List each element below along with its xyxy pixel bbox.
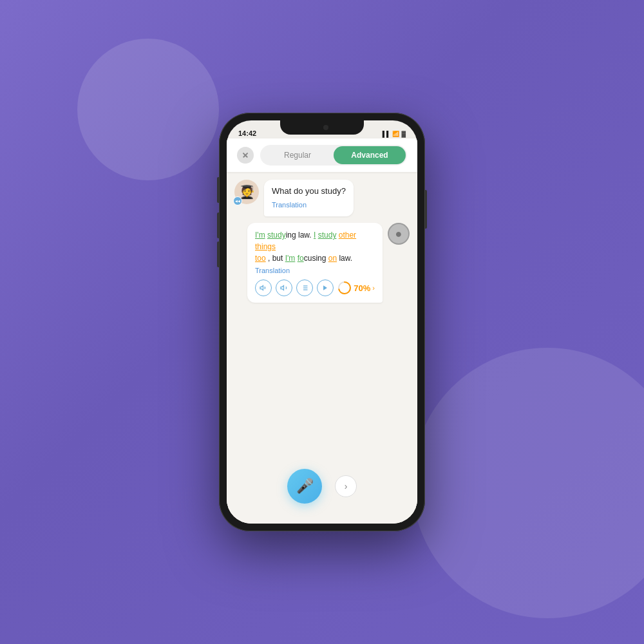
- score-arrow: ›: [372, 284, 375, 292]
- bot-translation-link[interactable]: Translation: [272, 201, 307, 209]
- word-study1: study: [267, 231, 286, 240]
- notch-camera: [323, 125, 328, 130]
- word-other: other: [339, 231, 356, 240]
- user-text: I'm studying law. I study other things: [255, 229, 375, 264]
- user-message: I'm studying law. I study other things: [234, 223, 410, 303]
- toggle-regular[interactable]: Regular: [261, 146, 334, 164]
- word-things: things: [255, 242, 276, 251]
- bottom-bar: 🎤 ›: [227, 459, 417, 524]
- user-avatar-inner: [389, 224, 408, 243]
- status-icons: ▌▌ 📶 ▓: [383, 131, 406, 137]
- mic-icon: 🎤: [296, 478, 314, 495]
- action-row: 70% ›: [255, 279, 375, 296]
- word-but: , but: [268, 254, 285, 263]
- chat-area: 🧑‍🎓 ◀ What do you study? Translation: [227, 172, 417, 310]
- phone-frame: 14:42 ▌▌ 📶 ▓ Regular Advanced: [219, 113, 425, 531]
- score-text: 70%: [354, 283, 370, 293]
- bg-circle-left: [77, 39, 219, 180]
- next-button[interactable]: ›: [335, 475, 357, 497]
- bg-circle-right: [412, 348, 644, 618]
- svg-marker-0: [260, 286, 263, 290]
- word-im2: I'm: [285, 254, 296, 263]
- bot-bubble: What do you study? Translation: [264, 180, 354, 216]
- word-cusing: cusing: [304, 254, 328, 263]
- word-law2: law.: [339, 254, 352, 263]
- wifi-icon: 📶: [392, 131, 399, 137]
- volume-button[interactable]: [255, 279, 272, 296]
- status-time: 14:42: [238, 129, 256, 137]
- phone-screen: 14:42 ▌▌ 📶 ▓ Regular Advanced: [227, 120, 417, 524]
- mic-button[interactable]: 🎤: [287, 469, 322, 504]
- score-badge[interactable]: 70% ›: [337, 281, 375, 295]
- user-avatar: [388, 223, 410, 245]
- bot-question: What do you study?: [272, 186, 346, 196]
- bot-avatar: 🧑‍🎓 ◀: [234, 180, 259, 204]
- bot-speaker-icon[interactable]: ◀: [233, 196, 242, 205]
- bot-message: 🧑‍🎓 ◀ What do you study? Translation: [234, 180, 410, 216]
- svg-marker-1: [281, 286, 284, 290]
- score-ring: [337, 281, 352, 295]
- word-too: too: [255, 254, 266, 263]
- battery-icon: ▓: [401, 131, 406, 137]
- next-icon: ›: [345, 481, 348, 491]
- slow-button[interactable]: [276, 279, 292, 296]
- top-bar: Regular Advanced: [227, 138, 417, 172]
- word-ing: ing law.: [286, 231, 314, 240]
- close-button[interactable]: [237, 147, 254, 164]
- list-button[interactable]: [296, 279, 313, 296]
- word-study2: study: [318, 231, 337, 240]
- signal-icon: ▌▌: [383, 131, 391, 137]
- svg-marker-8: [323, 285, 327, 290]
- word-i2: I: [314, 231, 316, 240]
- user-bubble: I'm studying law. I study other things: [247, 223, 383, 303]
- content-area: Regular Advanced 🧑‍🎓 ◀ What do you study…: [227, 138, 417, 524]
- word-fo: fo: [298, 254, 304, 263]
- notch: [280, 120, 364, 135]
- toggle-advanced[interactable]: Advanced: [334, 146, 406, 164]
- mode-toggle[interactable]: Regular Advanced: [260, 145, 407, 166]
- user-translation-link[interactable]: Translation: [255, 267, 375, 274]
- word-on: on: [328, 254, 337, 263]
- word-im: I'm: [255, 231, 265, 240]
- play-button[interactable]: [317, 279, 334, 296]
